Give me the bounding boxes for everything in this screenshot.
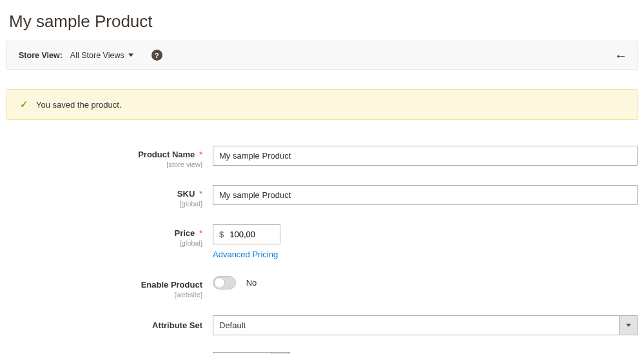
label-col: Enable Product [website]: [6, 276, 213, 299]
control-col: Default: [213, 315, 638, 335]
label-attribute-set: Attribute Set: [152, 320, 202, 330]
toggle-knob: [214, 277, 225, 288]
label-col: Attribute Set: [6, 315, 213, 330]
select-caret: [619, 316, 637, 335]
field-row-attribute-set: Attribute Set Default: [6, 315, 638, 335]
control-col: [213, 146, 638, 166]
field-row-enable-product: Enable Product [website] No: [6, 276, 638, 299]
required-asterisk: *: [199, 228, 202, 238]
back-arrow-icon[interactable]: ←: [614, 48, 627, 63]
label-price: Price: [175, 228, 195, 238]
attribute-set-value: Default: [213, 316, 619, 335]
product-form: Product Name * [store view] SKU * [globa…: [0, 146, 644, 354]
caret-down-icon: [626, 324, 631, 327]
store-view-label: Store View:: [19, 51, 63, 60]
sku-input[interactable]: [213, 185, 638, 205]
scope-enable-product: [website]: [6, 291, 202, 299]
scope-sku: [global]: [6, 200, 202, 208]
store-view-dropdown[interactable]: All Store Views: [70, 51, 133, 60]
success-banner: ✓ You saved the product.: [6, 89, 638, 120]
required-asterisk: *: [199, 189, 202, 199]
control-col: [213, 185, 638, 205]
advanced-pricing-link[interactable]: Advanced Pricing: [213, 250, 638, 259]
required-asterisk: *: [199, 150, 202, 159]
label-product-name: Product Name: [138, 150, 195, 159]
enable-product-toggle[interactable]: [213, 276, 236, 290]
scope-product-name: [store view]: [6, 161, 202, 168]
product-name-input[interactable]: [213, 146, 638, 166]
field-row-product-name: Product Name * [store view]: [6, 146, 638, 168]
scope-price: [global]: [6, 239, 202, 247]
price-input-wrap: $: [213, 224, 280, 244]
label-col: Price * [global]: [6, 224, 213, 247]
price-input[interactable]: [229, 225, 280, 244]
label-col: Product Name * [store view]: [6, 146, 213, 168]
attribute-set-select[interactable]: Default: [213, 315, 638, 335]
page-title: My sample Product: [0, 0, 644, 41]
label-enable-product: Enable Product: [141, 280, 202, 290]
store-view-bar: Store View: All Store Views ? ←: [6, 41, 638, 70]
success-message: You saved the product.: [36, 100, 122, 110]
control-col: No: [213, 276, 638, 290]
store-view-selected: All Store Views: [70, 51, 124, 60]
caret-down-icon: [128, 54, 133, 57]
label-sku: SKU: [177, 189, 195, 199]
check-icon: ✓: [20, 99, 28, 110]
control-col: $ Advanced Pricing: [213, 224, 638, 259]
field-row-sku: SKU * [global]: [6, 185, 638, 208]
currency-symbol: $: [213, 225, 229, 244]
field-row-price: Price * [global] $ Advanced Pricing: [6, 224, 638, 259]
help-icon[interactable]: ?: [151, 50, 162, 61]
label-col: SKU * [global]: [6, 185, 213, 208]
enable-product-state: No: [246, 278, 257, 288]
